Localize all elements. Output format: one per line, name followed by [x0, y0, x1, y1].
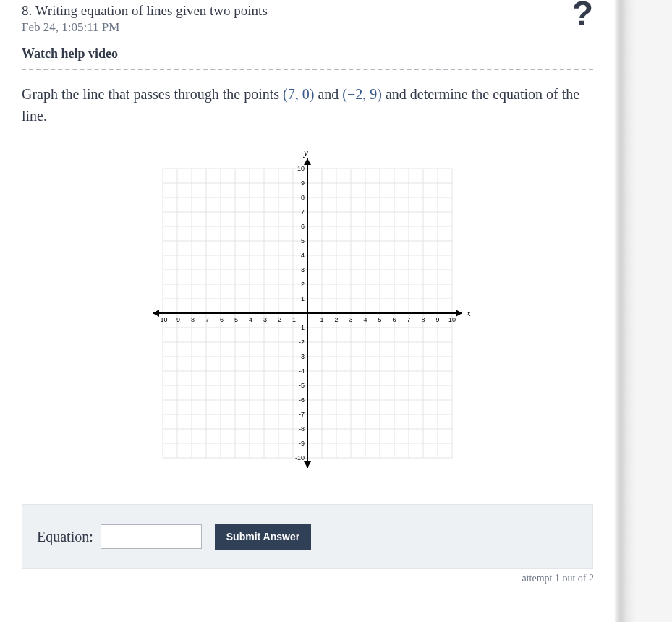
- svg-text:1: 1: [301, 295, 305, 302]
- page-shadow: [614, 0, 636, 622]
- point-2: (−2, 9): [342, 86, 382, 102]
- submit-button[interactable]: Submit Answer: [215, 524, 311, 550]
- svg-text:-4: -4: [299, 367, 305, 375]
- svg-text:4: 4: [363, 316, 367, 323]
- svg-text:5: 5: [301, 237, 305, 244]
- attempt-counter: attempt 1 out of 2: [522, 573, 594, 584]
- graph-area[interactable]: -10-9-8-7-6-5-4-3-2-112345678910-10-9-8-…: [22, 147, 593, 480]
- svg-text:-9: -9: [174, 316, 180, 323]
- svg-text:6: 6: [301, 223, 305, 230]
- svg-text:-7: -7: [299, 411, 305, 418]
- svg-text:-2: -2: [299, 338, 305, 346]
- equation-label: Equation:: [37, 529, 93, 545]
- help-icon[interactable]: ?: [572, 0, 593, 27]
- svg-text:-6: -6: [218, 316, 224, 323]
- svg-marker-46: [304, 158, 311, 165]
- problem-title: 8. Writing equation of lines given two p…: [22, 3, 593, 19]
- svg-text:-10: -10: [158, 316, 167, 323]
- svg-text:-3: -3: [299, 353, 305, 360]
- svg-text:1: 1: [320, 316, 323, 323]
- header: 8. Writing equation of lines given two p…: [22, 0, 593, 69]
- svg-text:7: 7: [301, 208, 305, 216]
- question-prefix: Graph the line that passes through the p…: [22, 86, 283, 102]
- svg-text:-1: -1: [290, 316, 296, 323]
- svg-text:3: 3: [301, 266, 305, 273]
- svg-text:-4: -4: [247, 316, 252, 323]
- svg-text:-3: -3: [261, 316, 267, 323]
- svg-text:y: y: [302, 147, 308, 158]
- divider: [22, 69, 593, 70]
- svg-text:4: 4: [301, 252, 305, 259]
- coordinate-grid[interactable]: -10-9-8-7-6-5-4-3-2-112345678910-10-9-8-…: [141, 147, 474, 480]
- svg-text:-7: -7: [203, 316, 209, 323]
- problem-page: ? 8. Writing equation of lines given two…: [0, 0, 615, 622]
- svg-text:-1: -1: [299, 324, 305, 331]
- svg-text:10: 10: [448, 316, 456, 323]
- svg-text:2: 2: [301, 281, 305, 288]
- svg-text:-6: -6: [299, 396, 305, 404]
- watch-video-link[interactable]: Watch help video: [22, 46, 118, 61]
- svg-marker-47: [304, 461, 311, 468]
- svg-text:-8: -8: [189, 316, 195, 323]
- answer-panel: Equation: Submit Answer attempt 1 out of…: [22, 504, 593, 569]
- svg-text:-9: -9: [299, 440, 305, 447]
- svg-text:8: 8: [301, 194, 305, 201]
- point-1: (7, 0): [283, 86, 314, 102]
- svg-text:10: 10: [297, 165, 305, 172]
- svg-text:-5: -5: [232, 316, 238, 323]
- svg-text:6: 6: [392, 316, 396, 323]
- svg-text:-5: -5: [299, 382, 305, 389]
- question-mid: and: [314, 86, 342, 102]
- timestamp: Feb 24, 1:05:11 PM: [22, 20, 593, 35]
- svg-marker-43: [456, 310, 462, 317]
- svg-text:3: 3: [349, 316, 352, 323]
- svg-text:2: 2: [334, 316, 338, 323]
- question-text: Graph the line that passes through the p…: [22, 83, 593, 127]
- svg-text:-2: -2: [276, 316, 281, 323]
- svg-text:7: 7: [407, 316, 410, 323]
- svg-text:9: 9: [301, 179, 305, 187]
- svg-text:-8: -8: [299, 425, 305, 433]
- svg-text:8: 8: [421, 316, 425, 323]
- svg-text:9: 9: [435, 316, 439, 323]
- svg-text:-10: -10: [295, 454, 305, 461]
- svg-text:x: x: [466, 307, 471, 318]
- equation-input[interactable]: [101, 524, 202, 549]
- svg-text:5: 5: [378, 316, 381, 323]
